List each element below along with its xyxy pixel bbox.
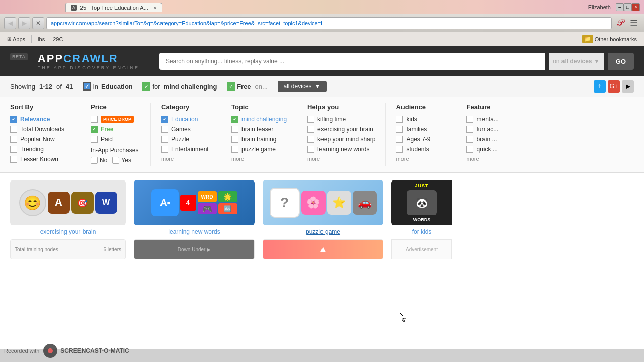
- topic-more[interactable]: more: [231, 156, 287, 162]
- nav-forward-button[interactable]: ▶: [18, 17, 30, 29]
- feature-title: Feature: [466, 103, 517, 111]
- device-filter-button[interactable]: all devices ▼: [278, 81, 327, 92]
- app-card-puzzle-label: puzzle game: [263, 228, 383, 235]
- app-card-learning[interactable]: A▪ 4 WRD 🎮 🌟 🔤 learning new: [134, 180, 255, 235]
- sort-by-title: Sort By: [10, 103, 70, 111]
- on-label: on all devices ▼: [549, 53, 604, 70]
- sort-trending-label: Trending: [20, 146, 44, 153]
- price-drop-filter[interactable]: PRICE DROP: [91, 116, 140, 123]
- sort-trending[interactable]: Trending: [10, 146, 70, 153]
- education-filter-chip[interactable]: ✓ in Education: [83, 82, 133, 90]
- in-app-no[interactable]: No: [91, 157, 107, 164]
- category-column: Category ✓ Education Games Puzzle: [151, 103, 221, 166]
- topic-puzzle-game[interactable]: puzzle game: [231, 146, 287, 153]
- feature-quick[interactable]: quick ...: [466, 146, 517, 153]
- free-filter-label: Free: [237, 83, 251, 90]
- site-logo: APPCRAWLR THE APP DISCOVERY ENGINE: [38, 52, 139, 70]
- feature-more[interactable]: more: [466, 156, 517, 162]
- bookmark-ibs[interactable]: ibs: [35, 35, 48, 43]
- search-input[interactable]: [159, 53, 545, 70]
- other-bookmarks[interactable]: 📁 Other bookmarks: [579, 34, 640, 44]
- audience-families[interactable]: families: [396, 126, 446, 133]
- sort-popular-now[interactable]: Popular Now: [10, 136, 70, 143]
- in-app-title: In-App Purchases: [91, 147, 140, 154]
- helps-learning-words[interactable]: learning new words: [307, 146, 375, 153]
- logo-tagline: THE APP DISCOVERY ENGINE: [38, 65, 139, 70]
- feature-mental[interactable]: menta...: [466, 116, 517, 123]
- bookmark-ibs-label: ibs: [38, 36, 45, 42]
- go-button[interactable]: GO: [608, 53, 634, 70]
- helps-exercising-brain[interactable]: exercising your brain: [307, 126, 375, 133]
- recorded-with-text: Recorded with: [4, 348, 39, 354]
- in-app-purchases-section: In-App Purchases No Yes: [91, 147, 140, 164]
- bookmark-apps-label: Apps: [13, 36, 25, 42]
- topic-title: Topic: [231, 103, 287, 111]
- for-label: for: [152, 83, 160, 90]
- screencast-brand: SCREENCAST-O-MATIC: [60, 347, 129, 354]
- logo-app: APP: [38, 52, 63, 65]
- window-minimize[interactable]: –: [616, 3, 624, 11]
- sort-relevance[interactable]: ✓ Relevance: [10, 116, 70, 123]
- topic-mind-challenging[interactable]: ✓ mind challenging: [231, 116, 287, 123]
- topic-filter-chip[interactable]: ✓ for mind challenging: [142, 82, 217, 90]
- helps-killing-time[interactable]: killing time: [307, 116, 375, 123]
- app-card-kids-label: for kids: [391, 228, 452, 235]
- bottom-card-1[interactable]: Total training nodes 6 letters: [10, 239, 126, 259]
- browser-tab[interactable]: A 25+ Top Free Education A... ×: [65, 3, 162, 12]
- tab-close-button[interactable]: ×: [153, 5, 156, 11]
- category-games[interactable]: Games: [161, 126, 211, 133]
- nav-back-button[interactable]: ◀: [4, 17, 16, 29]
- category-title: Category: [161, 103, 211, 111]
- window-close[interactable]: ×: [632, 3, 640, 11]
- on-filter-label: on...: [255, 83, 268, 90]
- twitter-share-button[interactable]: 𝕥: [594, 80, 606, 93]
- app-card-puzzle[interactable]: ? 🌸 ⭐ 🚗 puzzle game: [263, 180, 383, 235]
- audience-students[interactable]: students: [396, 146, 446, 153]
- window-user: Elizabeth: [588, 4, 611, 10]
- feature-fun[interactable]: fun ac...: [466, 126, 517, 133]
- audience-kids[interactable]: kids: [396, 116, 446, 123]
- sort-total-downloads-label: Total Downloads: [20, 126, 64, 133]
- sort-total-downloads[interactable]: Total Downloads: [10, 126, 70, 133]
- topic-brain-training[interactable]: brain training: [231, 136, 287, 143]
- beta-badge: BETA: [10, 53, 28, 60]
- topic-brain-teaser[interactable]: brain teaser: [231, 126, 287, 133]
- bookmark-29c[interactable]: 29C: [50, 35, 66, 43]
- category-more[interactable]: more: [161, 156, 211, 162]
- bottom-card-3[interactable]: ▲: [263, 239, 383, 259]
- advertisement-panel: Advertisement: [391, 239, 452, 259]
- price-paid-filter[interactable]: Paid: [91, 136, 140, 143]
- window-maximize[interactable]: □: [624, 3, 632, 11]
- audience-column: Audience kids families Ages 7-9: [386, 103, 456, 166]
- app-card-brain[interactable]: 😊 A 🎯 W exercising your brain: [10, 180, 126, 235]
- logo-crawlr: CRAWLR: [63, 52, 118, 65]
- share-more-button[interactable]: ▶: [622, 80, 634, 93]
- pinterest-icon[interactable]: 𝒫: [614, 17, 626, 29]
- bottom-card-2[interactable]: Down Under ▶: [134, 239, 255, 259]
- app-card-kids[interactable]: JUST 🐼 WORDS for kids: [391, 180, 452, 235]
- topic-filter-label: mind challenging: [164, 83, 217, 90]
- sort-popular-now-label: Popular Now: [20, 136, 55, 143]
- in-label: in: [93, 83, 98, 90]
- price-free-filter[interactable]: ✓ Free: [91, 126, 140, 133]
- in-app-yes[interactable]: Yes: [112, 157, 131, 164]
- sort-lesser-known[interactable]: Lesser Known: [10, 156, 70, 163]
- helps-more[interactable]: more: [307, 156, 375, 162]
- category-puzzle[interactable]: Puzzle: [161, 136, 211, 143]
- menu-icon[interactable]: ☰: [628, 17, 640, 29]
- audience-more[interactable]: more: [396, 156, 446, 162]
- audience-title: Audience: [396, 103, 446, 111]
- free-filter-chip[interactable]: ✓ Free: [227, 82, 251, 90]
- category-entertainment[interactable]: Entertainment: [161, 146, 211, 153]
- google-share-button[interactable]: G+: [608, 80, 620, 93]
- nav-refresh-button[interactable]: ✕: [32, 17, 44, 29]
- tab-title: 25+ Top Free Education A...: [80, 5, 148, 11]
- topic-column: Topic ✓ mind challenging brain teaser br…: [221, 103, 297, 166]
- category-education[interactable]: ✓ Education: [161, 116, 211, 123]
- audience-ages-7-9[interactable]: Ages 7-9: [396, 136, 446, 143]
- helps-keep-mind-sharp[interactable]: keep your mind sharp: [307, 136, 375, 143]
- bookmark-29c-label: 29C: [53, 36, 63, 42]
- bookmark-apps[interactable]: ⊞ Apps: [4, 35, 28, 43]
- helps-you-column: Helps you killing time exercising your b…: [297, 103, 386, 166]
- feature-brain[interactable]: brain ...: [466, 136, 517, 143]
